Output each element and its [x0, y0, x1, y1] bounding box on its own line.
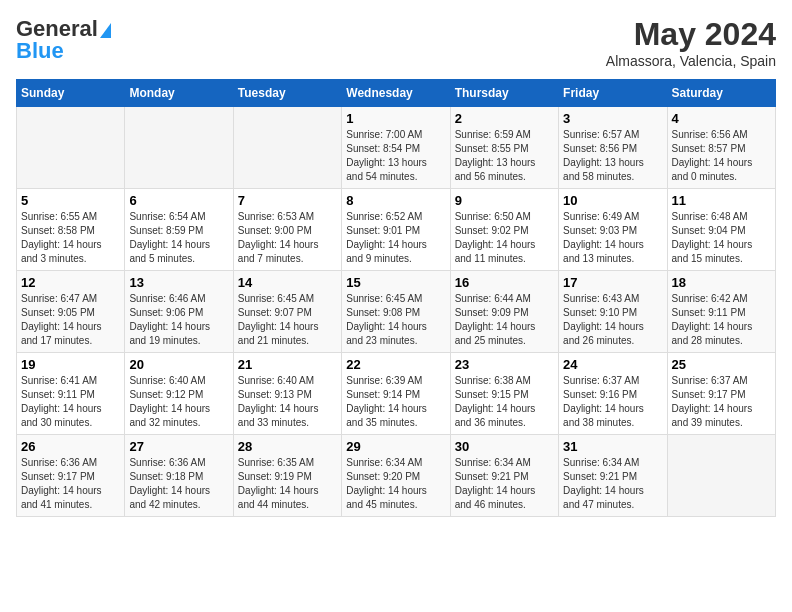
day-info: Sunrise: 6:45 AM Sunset: 9:07 PM Dayligh… — [238, 292, 337, 348]
day-info: Sunrise: 6:34 AM Sunset: 9:21 PM Dayligh… — [455, 456, 554, 512]
day-cell: 31Sunrise: 6:34 AM Sunset: 9:21 PM Dayli… — [559, 435, 667, 517]
day-info: Sunrise: 7:00 AM Sunset: 8:54 PM Dayligh… — [346, 128, 445, 184]
day-number: 16 — [455, 275, 554, 290]
day-cell: 18Sunrise: 6:42 AM Sunset: 9:11 PM Dayli… — [667, 271, 775, 353]
day-info: Sunrise: 6:42 AM Sunset: 9:11 PM Dayligh… — [672, 292, 771, 348]
day-info: Sunrise: 6:37 AM Sunset: 9:17 PM Dayligh… — [672, 374, 771, 430]
day-number: 23 — [455, 357, 554, 372]
day-cell: 6Sunrise: 6:54 AM Sunset: 8:59 PM Daylig… — [125, 189, 233, 271]
weekday-header-row: SundayMondayTuesdayWednesdayThursdayFrid… — [17, 80, 776, 107]
day-cell: 7Sunrise: 6:53 AM Sunset: 9:00 PM Daylig… — [233, 189, 341, 271]
day-cell: 12Sunrise: 6:47 AM Sunset: 9:05 PM Dayli… — [17, 271, 125, 353]
day-number: 27 — [129, 439, 228, 454]
day-number: 12 — [21, 275, 120, 290]
day-cell: 5Sunrise: 6:55 AM Sunset: 8:58 PM Daylig… — [17, 189, 125, 271]
weekday-header-tuesday: Tuesday — [233, 80, 341, 107]
day-number: 4 — [672, 111, 771, 126]
day-cell: 17Sunrise: 6:43 AM Sunset: 9:10 PM Dayli… — [559, 271, 667, 353]
day-cell: 19Sunrise: 6:41 AM Sunset: 9:11 PM Dayli… — [17, 353, 125, 435]
day-info: Sunrise: 6:53 AM Sunset: 9:00 PM Dayligh… — [238, 210, 337, 266]
weekday-header-sunday: Sunday — [17, 80, 125, 107]
day-info: Sunrise: 6:34 AM Sunset: 9:21 PM Dayligh… — [563, 456, 662, 512]
day-info: Sunrise: 6:45 AM Sunset: 9:08 PM Dayligh… — [346, 292, 445, 348]
day-number: 7 — [238, 193, 337, 208]
month-title: May 2024 — [606, 16, 776, 53]
logo: General Blue — [16, 16, 111, 64]
day-cell — [233, 107, 341, 189]
title-section: May 2024 Almassora, Valencia, Spain — [606, 16, 776, 69]
day-number: 30 — [455, 439, 554, 454]
day-info: Sunrise: 6:34 AM Sunset: 9:20 PM Dayligh… — [346, 456, 445, 512]
weekday-header-saturday: Saturday — [667, 80, 775, 107]
page-header: General Blue May 2024 Almassora, Valenci… — [16, 16, 776, 69]
day-info: Sunrise: 6:57 AM Sunset: 8:56 PM Dayligh… — [563, 128, 662, 184]
weekday-header-thursday: Thursday — [450, 80, 558, 107]
calendar-table: SundayMondayTuesdayWednesdayThursdayFrid… — [16, 79, 776, 517]
day-cell: 25Sunrise: 6:37 AM Sunset: 9:17 PM Dayli… — [667, 353, 775, 435]
day-info: Sunrise: 6:36 AM Sunset: 9:18 PM Dayligh… — [129, 456, 228, 512]
day-number: 22 — [346, 357, 445, 372]
day-cell: 4Sunrise: 6:56 AM Sunset: 8:57 PM Daylig… — [667, 107, 775, 189]
day-info: Sunrise: 6:52 AM Sunset: 9:01 PM Dayligh… — [346, 210, 445, 266]
day-info: Sunrise: 6:50 AM Sunset: 9:02 PM Dayligh… — [455, 210, 554, 266]
day-cell: 16Sunrise: 6:44 AM Sunset: 9:09 PM Dayli… — [450, 271, 558, 353]
day-info: Sunrise: 6:43 AM Sunset: 9:10 PM Dayligh… — [563, 292, 662, 348]
day-cell: 20Sunrise: 6:40 AM Sunset: 9:12 PM Dayli… — [125, 353, 233, 435]
day-number: 29 — [346, 439, 445, 454]
day-info: Sunrise: 6:40 AM Sunset: 9:12 PM Dayligh… — [129, 374, 228, 430]
day-cell: 29Sunrise: 6:34 AM Sunset: 9:20 PM Dayli… — [342, 435, 450, 517]
day-info: Sunrise: 6:47 AM Sunset: 9:05 PM Dayligh… — [21, 292, 120, 348]
day-cell: 14Sunrise: 6:45 AM Sunset: 9:07 PM Dayli… — [233, 271, 341, 353]
day-cell: 28Sunrise: 6:35 AM Sunset: 9:19 PM Dayli… — [233, 435, 341, 517]
day-cell: 2Sunrise: 6:59 AM Sunset: 8:55 PM Daylig… — [450, 107, 558, 189]
day-number: 24 — [563, 357, 662, 372]
week-row-3: 12Sunrise: 6:47 AM Sunset: 9:05 PM Dayli… — [17, 271, 776, 353]
day-number: 5 — [21, 193, 120, 208]
location: Almassora, Valencia, Spain — [606, 53, 776, 69]
day-info: Sunrise: 6:36 AM Sunset: 9:17 PM Dayligh… — [21, 456, 120, 512]
day-cell: 26Sunrise: 6:36 AM Sunset: 9:17 PM Dayli… — [17, 435, 125, 517]
weekday-header-friday: Friday — [559, 80, 667, 107]
day-cell: 1Sunrise: 7:00 AM Sunset: 8:54 PM Daylig… — [342, 107, 450, 189]
day-cell: 3Sunrise: 6:57 AM Sunset: 8:56 PM Daylig… — [559, 107, 667, 189]
day-info: Sunrise: 6:46 AM Sunset: 9:06 PM Dayligh… — [129, 292, 228, 348]
day-cell: 23Sunrise: 6:38 AM Sunset: 9:15 PM Dayli… — [450, 353, 558, 435]
day-info: Sunrise: 6:39 AM Sunset: 9:14 PM Dayligh… — [346, 374, 445, 430]
day-number: 21 — [238, 357, 337, 372]
day-number: 14 — [238, 275, 337, 290]
day-number: 8 — [346, 193, 445, 208]
day-info: Sunrise: 6:56 AM Sunset: 8:57 PM Dayligh… — [672, 128, 771, 184]
week-row-2: 5Sunrise: 6:55 AM Sunset: 8:58 PM Daylig… — [17, 189, 776, 271]
day-number: 10 — [563, 193, 662, 208]
week-row-5: 26Sunrise: 6:36 AM Sunset: 9:17 PM Dayli… — [17, 435, 776, 517]
day-info: Sunrise: 6:40 AM Sunset: 9:13 PM Dayligh… — [238, 374, 337, 430]
day-number: 13 — [129, 275, 228, 290]
day-cell: 27Sunrise: 6:36 AM Sunset: 9:18 PM Dayli… — [125, 435, 233, 517]
day-cell — [125, 107, 233, 189]
day-cell: 9Sunrise: 6:50 AM Sunset: 9:02 PM Daylig… — [450, 189, 558, 271]
weekday-header-wednesday: Wednesday — [342, 80, 450, 107]
day-info: Sunrise: 6:55 AM Sunset: 8:58 PM Dayligh… — [21, 210, 120, 266]
day-number: 17 — [563, 275, 662, 290]
day-info: Sunrise: 6:37 AM Sunset: 9:16 PM Dayligh… — [563, 374, 662, 430]
day-info: Sunrise: 6:35 AM Sunset: 9:19 PM Dayligh… — [238, 456, 337, 512]
day-number: 9 — [455, 193, 554, 208]
day-number: 2 — [455, 111, 554, 126]
day-number: 18 — [672, 275, 771, 290]
day-number: 28 — [238, 439, 337, 454]
day-number: 15 — [346, 275, 445, 290]
day-number: 25 — [672, 357, 771, 372]
day-info: Sunrise: 6:44 AM Sunset: 9:09 PM Dayligh… — [455, 292, 554, 348]
day-info: Sunrise: 6:41 AM Sunset: 9:11 PM Dayligh… — [21, 374, 120, 430]
day-cell: 24Sunrise: 6:37 AM Sunset: 9:16 PM Dayli… — [559, 353, 667, 435]
day-info: Sunrise: 6:49 AM Sunset: 9:03 PM Dayligh… — [563, 210, 662, 266]
day-number: 11 — [672, 193, 771, 208]
day-cell: 10Sunrise: 6:49 AM Sunset: 9:03 PM Dayli… — [559, 189, 667, 271]
day-info: Sunrise: 6:48 AM Sunset: 9:04 PM Dayligh… — [672, 210, 771, 266]
day-info: Sunrise: 6:38 AM Sunset: 9:15 PM Dayligh… — [455, 374, 554, 430]
week-row-1: 1Sunrise: 7:00 AM Sunset: 8:54 PM Daylig… — [17, 107, 776, 189]
day-number: 20 — [129, 357, 228, 372]
day-number: 19 — [21, 357, 120, 372]
day-cell — [17, 107, 125, 189]
day-number: 3 — [563, 111, 662, 126]
